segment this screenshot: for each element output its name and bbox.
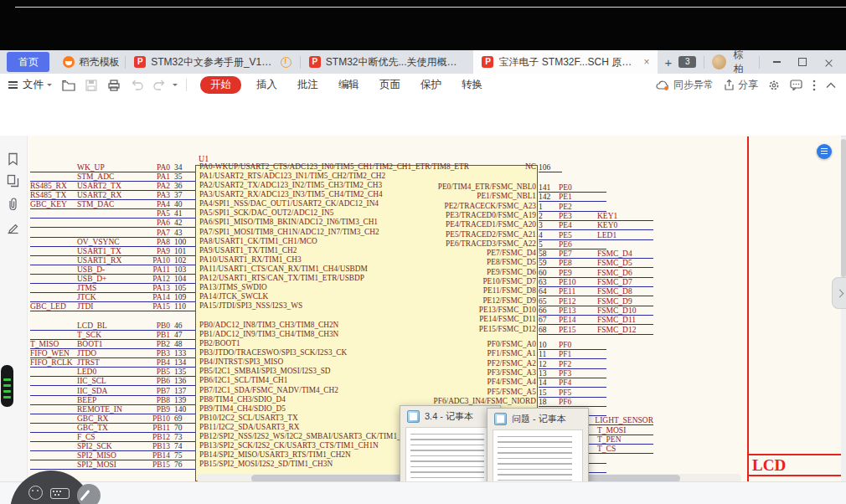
signal-label: GBC_TX xyxy=(77,424,142,432)
signal-label: IIC_SDA xyxy=(77,387,142,395)
sync-status[interactable]: 同步异常 xyxy=(656,78,714,92)
tab-label: 稻壳模板 xyxy=(80,55,120,69)
tab-count-badge[interactable]: 3 xyxy=(678,56,696,68)
chip-pin-function: PE6/TRACED3/FSMC_A22 xyxy=(295,239,536,249)
pin-number: 140 xyxy=(170,405,195,414)
warning-icon xyxy=(281,57,291,68)
signal-label: FSMC_D7 xyxy=(597,278,653,286)
file-menu[interactable]: 文件 xyxy=(23,78,44,92)
save-icon[interactable] xyxy=(85,80,97,91)
vertical-scrollbar-thumb[interactable] xyxy=(841,139,846,277)
assistant-float-button[interactable] xyxy=(817,144,832,159)
keyboard-icon[interactable] xyxy=(50,488,70,499)
share-button[interactable]: 分享 xyxy=(724,78,758,92)
pin-number: 4 xyxy=(539,231,559,239)
notepad-icon xyxy=(494,413,507,425)
tab-bar: 首页 稻壳模板 STM32中文参考手册_V10.pdf STM32中断优先...… xyxy=(0,50,846,74)
pin-name: PE14 xyxy=(559,316,597,324)
pin-name: PA14 xyxy=(142,293,170,301)
pin-name: PB9 xyxy=(142,405,170,414)
avatar[interactable] xyxy=(712,54,725,69)
notepad-icon xyxy=(407,410,420,423)
menu-tab-start[interactable]: 开始 xyxy=(200,76,241,94)
chip-pin-function: PF5/FSMC_A5 xyxy=(295,388,536,397)
signal-label: RS485_TX xyxy=(30,191,77,199)
menu-tab-annotate[interactable]: 批注 xyxy=(297,78,318,92)
thumbnails-icon[interactable] xyxy=(7,174,19,188)
close-tab-icon[interactable]: × xyxy=(643,56,649,68)
separator xyxy=(704,56,704,69)
pin-name: PF3 xyxy=(559,369,597,378)
signal-label: BEEP xyxy=(77,396,142,404)
pin-number: 139 xyxy=(170,396,195,404)
restore-button[interactable] xyxy=(793,54,812,70)
tab-doc-1[interactable]: STM32中文参考手册_V10.pdf xyxy=(126,50,300,74)
status-bar: 1/3 ▶ 1:1 ↔ ▭ 200% − + xyxy=(0,481,846,504)
emoji-face-icon[interactable] xyxy=(28,486,43,500)
pin-name: PB11 xyxy=(142,424,170,432)
pin-name: PB13 xyxy=(142,442,170,450)
pin-row: 13PF3 xyxy=(539,368,606,378)
pin-row: 59PE8FSMC_D5 xyxy=(539,258,653,268)
pin-number: 41 xyxy=(170,209,195,218)
redo-icon[interactable] xyxy=(153,80,166,90)
pin-number: 40 xyxy=(170,200,195,208)
menu-tab-insert[interactable]: 插入 xyxy=(256,78,277,92)
side-panel-handle[interactable] xyxy=(832,277,846,309)
more-options-icon[interactable] xyxy=(812,80,816,91)
undo-icon[interactable] xyxy=(131,80,143,90)
pin-number: 76 xyxy=(170,460,195,469)
pin-name: PB2 xyxy=(142,340,170,348)
pin-number: 68 xyxy=(539,326,559,334)
print-icon[interactable] xyxy=(107,80,121,91)
minimize-button[interactable] xyxy=(767,54,786,70)
signal-label: LIGHT_SENSOR xyxy=(595,416,653,424)
open-icon[interactable] xyxy=(62,80,75,91)
chip-pin-function: PE7/FSMC_D4 xyxy=(295,249,536,258)
chip-pin-function-text: PA0-WKUP/USART2_CTS/ADC123_IN0/TIM5_CH1/… xyxy=(199,162,469,172)
chip-pin-function: PF2/FSMC_A2 xyxy=(295,359,536,368)
signal-label: FSMC_D8 xyxy=(597,287,653,296)
chip-pin-function-text: PA1/USART2_RTS/ADC123_IN1/TIM5_CH2/TIM2_… xyxy=(199,172,385,181)
annotation-pen-icon[interactable] xyxy=(7,221,19,234)
pin-number: 100 xyxy=(170,238,195,246)
signal-label: KEY1 xyxy=(597,212,653,220)
chevron-down-icon[interactable] xyxy=(173,84,178,89)
bookmark-icon[interactable] xyxy=(7,152,19,166)
pin-row: 65PE12FSMC_D9 xyxy=(539,296,653,306)
signal-label: KEY0 xyxy=(597,221,653,229)
chip-pin-function-text: PB6/I2C1_SCL/TIM4_CH1 xyxy=(199,376,287,385)
menu-tab-edit[interactable]: 编辑 xyxy=(338,78,359,92)
comment-icon[interactable] xyxy=(790,80,802,90)
settings-gear-icon[interactable] xyxy=(768,80,780,91)
attachment-icon[interactable] xyxy=(7,198,19,211)
tab-label: STM32中文参考手册_V10.pdf xyxy=(151,55,276,69)
sync-status-label: 同步异常 xyxy=(673,78,714,92)
close-button[interactable] xyxy=(819,54,838,70)
pin-name: PE8 xyxy=(559,259,597,267)
pin-row: 68PE15FSMC_D12 xyxy=(539,325,653,335)
tab-home[interactable]: 首页 xyxy=(7,52,49,72)
pin-name: PE2 xyxy=(559,203,597,211)
collapse-toolbar-icon[interactable] xyxy=(826,82,836,89)
pen-tool-bubble[interactable] xyxy=(77,484,101,504)
menu-tab-page[interactable]: 页面 xyxy=(379,78,400,92)
tab-doc-2[interactable]: STM32中断优先...关使用概念.pdf xyxy=(301,50,474,74)
menu-bar: 文件 开始 插入 批注 编辑 页面 保护 转换 同步异常 分享 xyxy=(0,74,846,96)
tab-doc-active[interactable]: 宝洋电子 STM32F...SCH 原理图.pdf × xyxy=(473,50,658,74)
pin-name: PA13 xyxy=(142,284,170,292)
menu-icon[interactable] xyxy=(8,81,18,88)
chip-pin-function: PE14/FSMC_D11 xyxy=(295,315,536,324)
signal-label: JTRST xyxy=(77,358,142,367)
signal-label: SPI2_MOSI xyxy=(77,460,142,469)
menubar-right: 同步异常 分享 xyxy=(656,78,846,92)
chip-pin-function: PF1/FSMC_A1 xyxy=(295,349,536,358)
pin-name: PB10 xyxy=(142,414,170,423)
pin-name: PE1 xyxy=(559,193,597,201)
menu-tab-convert[interactable]: 转换 xyxy=(462,78,482,92)
menu-tab-protect[interactable]: 保护 xyxy=(420,78,441,92)
pin-number: 136 xyxy=(170,377,195,385)
tab-docer-templates[interactable]: 稻壳模板 xyxy=(54,50,126,74)
new-tab-button[interactable]: + xyxy=(658,55,678,69)
pin-name: PB7 xyxy=(142,387,170,395)
